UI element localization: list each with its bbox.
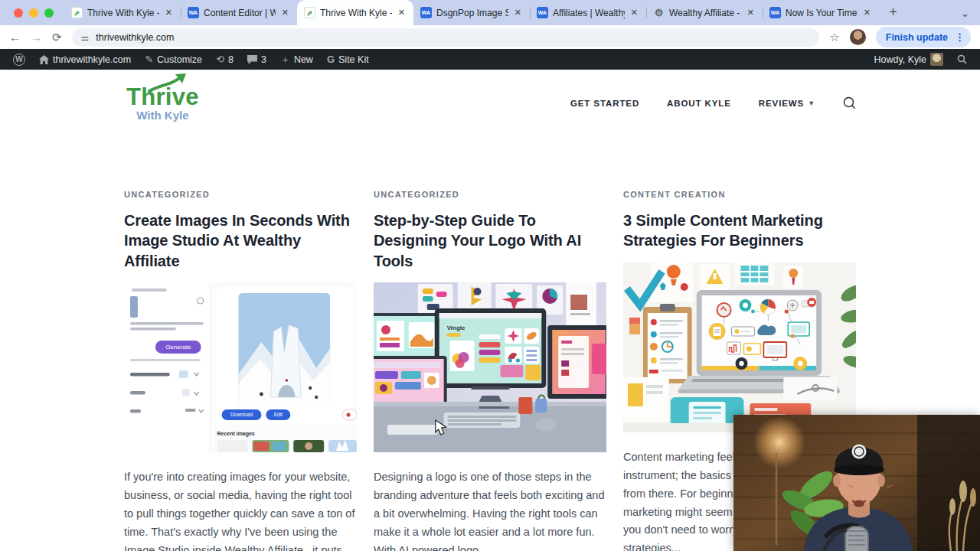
new-label: New xyxy=(294,54,313,65)
admin-new[interactable]: ＋ New xyxy=(273,49,320,70)
svg-text:Vingle: Vingle xyxy=(447,324,466,331)
admin-comments[interactable]: 3 xyxy=(240,49,273,70)
logo-text-with-kyle: With Kyle xyxy=(126,109,199,121)
tab-title: Affiliates | Wealthy Affiliat xyxy=(553,8,625,18)
comments-count: 3 xyxy=(261,54,266,65)
tab-search-chevron-icon[interactable]: ⌄ xyxy=(961,8,969,19)
comment-icon xyxy=(247,55,257,64)
browser-menu-icon[interactable]: ⋮ xyxy=(955,31,965,43)
wp-logo-menu[interactable]: W xyxy=(6,49,32,70)
search-icon xyxy=(843,96,856,109)
header-search-button[interactable] xyxy=(843,96,856,109)
post-excerpt: If you're into creating images for your … xyxy=(124,468,357,551)
post-title-link[interactable]: Step-by-Step Guide To Designing Your Log… xyxy=(374,210,606,271)
admin-sitekit[interactable]: G Site Kit xyxy=(320,49,376,70)
admin-customize[interactable]: ✎ Customize xyxy=(138,49,209,70)
browser-tab-4[interactable]: WA DsgnPop Image Studio | V ✕ xyxy=(413,0,530,25)
browser-tab-1[interactable]: ⇗ Thrive With Kyle - Build Y ✕ xyxy=(64,0,181,25)
thrive-favicon-icon: ⇗ xyxy=(71,7,83,18)
tab-title: DsgnPop Image Studio | V xyxy=(436,8,508,18)
post-category[interactable]: UNCATEGORIZED xyxy=(124,190,357,199)
gear-favicon-icon: ⚙ xyxy=(653,7,665,18)
admin-updates[interactable]: ⟲ 8 xyxy=(209,49,240,70)
tab-close-icon[interactable]: ✕ xyxy=(397,8,407,18)
browser-profile-avatar[interactable] xyxy=(850,29,866,45)
studio-light-glow xyxy=(753,416,805,468)
wordpress-logo-icon: W xyxy=(13,54,25,66)
tab-close-icon[interactable]: ✕ xyxy=(629,8,639,18)
tab-close-icon[interactable]: ✕ xyxy=(746,8,756,18)
svg-text:Edit: Edit xyxy=(274,412,283,418)
updates-count: 8 xyxy=(228,54,234,65)
growth-arrow-icon xyxy=(146,73,197,95)
tab-close-icon[interactable]: ✕ xyxy=(280,8,290,18)
tab-close-icon[interactable]: ✕ xyxy=(513,8,523,18)
wealthy-affiliate-favicon-icon: WA xyxy=(537,7,548,18)
webcam-video-overlay xyxy=(733,415,980,551)
post-category[interactable]: CONTENT CREATION xyxy=(623,190,856,199)
google-g-icon: G xyxy=(327,54,335,65)
nav-reviews[interactable]: REVIEWS ▼ xyxy=(759,99,815,108)
howdy-label: Howdy, Kyle xyxy=(874,54,926,65)
tab-title: Now Is Your Time to Build xyxy=(786,8,858,18)
browser-tab-5[interactable]: WA Affiliates | Wealthy Affiliat ✕ xyxy=(530,0,646,25)
tab-close-icon[interactable]: ✕ xyxy=(862,8,872,18)
close-window-button[interactable] xyxy=(14,8,23,18)
post-featured-image-content-marketing-laptop[interactable] xyxy=(623,262,856,432)
browser-tab-strip: ⇗ Thrive With Kyle - Build Y ✕ WA Conten… xyxy=(0,0,980,25)
chevron-down-icon: ▼ xyxy=(808,99,815,107)
forward-icon[interactable]: → xyxy=(31,31,42,44)
pencil-icon: ✎ xyxy=(145,54,153,65)
finish-update-button[interactable]: Finish update ⋮ xyxy=(876,27,971,47)
browser-tab-2[interactable]: WA Content Editor | Wealthy A ✕ xyxy=(181,0,297,25)
bookmark-star-icon[interactable]: ☆ xyxy=(829,31,839,44)
tab-title: Content Editor | Wealthy A xyxy=(204,8,276,18)
customize-label: Customize xyxy=(157,54,202,65)
svg-text:Download: Download xyxy=(230,412,253,418)
sitekit-label: Site Kit xyxy=(338,54,369,65)
post-featured-image-image-studio-screenshot[interactable]: Generate xyxy=(124,282,357,452)
thrive-favicon-icon: ⇗ xyxy=(304,7,315,18)
minimize-window-button[interactable] xyxy=(29,8,38,18)
address-bar: ← → ⟳ ⚌ thrivewithkyle.com ☆ Finish upda… xyxy=(0,25,980,49)
tab-title: Thrive With Kyle - Build Y xyxy=(87,8,159,18)
browser-tab-3-active[interactable]: ⇗ Thrive With Kyle - Build Y ✕ xyxy=(297,0,413,25)
post-featured-image-logo-design-desk[interactable]: Vingle xyxy=(374,282,606,452)
url-text: thrivewithkyle.com xyxy=(96,32,174,43)
wealthy-affiliate-favicon-icon: WA xyxy=(769,7,781,18)
post-title-link[interactable]: Create Images In Seconds With Image Stud… xyxy=(124,210,357,271)
nav-get-started[interactable]: GET STARTED xyxy=(570,99,639,108)
site-logo[interactable]: Thrive With Kyle xyxy=(126,85,199,121)
new-tab-icon[interactable]: ＋ xyxy=(887,2,900,20)
search-icon xyxy=(957,54,967,64)
finish-update-label: Finish update xyxy=(886,32,948,43)
wealthy-affiliate-favicon-icon: WA xyxy=(188,7,199,18)
post-title-link[interactable]: 3 Simple Content Marketing Strategies Fo… xyxy=(623,210,856,251)
post-excerpt: Designing a logo is one of those steps i… xyxy=(374,468,606,551)
plus-icon: ＋ xyxy=(280,53,290,67)
back-icon[interactable]: ← xyxy=(9,31,21,44)
post-card-1: UNCATEGORIZED Create Images In Seconds W… xyxy=(124,190,357,551)
updates-icon: ⟲ xyxy=(216,54,224,65)
home-icon xyxy=(39,55,49,64)
browser-tab-7[interactable]: WA Now Is Your Time to Build ✕ xyxy=(763,0,879,25)
tab-title: Wealthy Affiliate - Image S xyxy=(669,8,741,18)
url-field[interactable]: ⚌ thrivewithkyle.com xyxy=(72,28,820,47)
site-header: Thrive With Kyle GET STARTED ABOUT KYLE … xyxy=(0,70,980,136)
tab-close-icon[interactable]: ✕ xyxy=(164,8,174,18)
tab-list: ⇗ Thrive With Kyle - Build Y ✕ WA Conten… xyxy=(64,0,900,25)
nav-about-kyle[interactable]: ABOUT KYLE xyxy=(667,99,731,108)
admin-howdy[interactable]: Howdy, Kyle xyxy=(867,53,950,66)
browser-tab-6[interactable]: ⚙ Wealthy Affiliate - Image S ✕ xyxy=(646,0,763,25)
post-card-2: UNCATEGORIZED Step-by-Step Guide To Desi… xyxy=(374,190,606,551)
zoom-window-button[interactable] xyxy=(44,8,54,18)
site-settings-icon[interactable]: ⚌ xyxy=(81,32,90,43)
admin-search[interactable] xyxy=(950,54,974,64)
post-category[interactable]: UNCATEGORIZED xyxy=(374,190,606,199)
admin-avatar xyxy=(930,53,943,66)
wp-admin-bar: W thrivewithkyle.com ✎ Customize ⟲ 8 3 ＋… xyxy=(0,49,980,70)
admin-site-label: thrivewithkyle.com xyxy=(53,54,131,65)
admin-site-name[interactable]: thrivewithkyle.com xyxy=(32,49,138,70)
reload-icon[interactable]: ⟳ xyxy=(52,31,62,44)
svg-text:Recent Images: Recent Images xyxy=(217,431,255,437)
